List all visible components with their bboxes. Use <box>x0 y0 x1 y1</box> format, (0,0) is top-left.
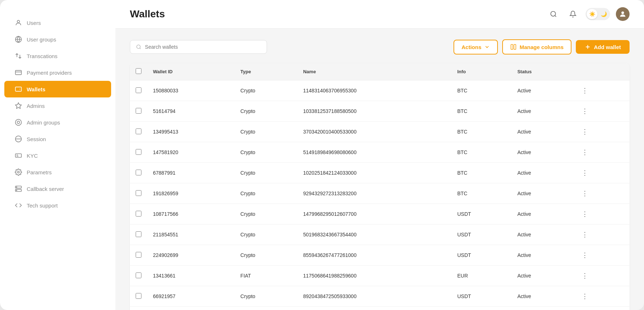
cell-wallet-id: 108717566 <box>147 204 235 224</box>
cell-menu[interactable]: ⋮ <box>573 183 630 204</box>
row-checkbox-cell[interactable] <box>130 266 147 286</box>
cell-menu[interactable]: ⋮ <box>573 307 630 310</box>
cell-name: 1033812537188580500 <box>297 101 451 122</box>
row-checkbox-cell[interactable] <box>130 101 147 122</box>
row-menu-button[interactable]: ⋮ <box>579 85 591 96</box>
globe2-icon <box>14 135 22 143</box>
cell-menu[interactable]: ⋮ <box>573 122 630 142</box>
dark-theme-button[interactable]: 🌙 <box>598 9 609 19</box>
cell-menu[interactable]: ⋮ <box>573 245 630 266</box>
row-checkbox[interactable] <box>136 272 141 278</box>
sidebar-item-session[interactable]: Session <box>4 131 111 147</box>
row-checkbox-cell[interactable] <box>130 163 147 183</box>
sidebar-item-tech-support[interactable]: Tech support <box>4 197 111 214</box>
cell-info: USDT <box>451 204 511 224</box>
row-checkbox-cell[interactable] <box>130 80 147 101</box>
row-checkbox[interactable] <box>136 87 141 93</box>
cell-menu[interactable]: ⋮ <box>573 204 630 224</box>
sidebar-item-user-groups[interactable]: User groups <box>4 31 111 48</box>
cell-status: Active <box>512 163 573 183</box>
sidebar-item-payment-providers[interactable]: Payment providers <box>4 64 111 81</box>
header: Wallets ☀️ 🌙 <box>115 0 644 29</box>
row-checkbox[interactable] <box>136 252 141 258</box>
search-button[interactable] <box>547 7 560 21</box>
select-all-cell[interactable] <box>130 63 147 80</box>
row-checkbox[interactable] <box>136 170 141 175</box>
table-row: 51614794 Crypto 1033812537188580500 BTC … <box>130 101 630 122</box>
col-actions <box>573 63 630 80</box>
sidebar-item-admin-groups[interactable]: Admin groups <box>4 114 111 131</box>
row-menu-button[interactable]: ⋮ <box>579 167 591 178</box>
cell-wallet-id: 67887991 <box>147 163 235 183</box>
star-icon <box>14 102 22 110</box>
gear-icon <box>14 168 22 176</box>
cell-menu[interactable]: ⋮ <box>573 142 630 163</box>
cell-menu[interactable]: ⋮ <box>573 266 630 286</box>
page-title: Wallets <box>130 8 165 20</box>
row-menu-button[interactable]: ⋮ <box>579 291 591 302</box>
cell-wallet-id: 13413661 <box>147 266 235 286</box>
row-checkbox[interactable] <box>136 231 141 237</box>
row-checkbox-cell[interactable] <box>130 286 147 307</box>
row-menu-button[interactable]: ⋮ <box>579 147 591 158</box>
row-menu-button[interactable]: ⋮ <box>579 106 591 117</box>
light-theme-button[interactable]: ☀️ <box>587 9 597 19</box>
cell-type: Crypto <box>235 163 297 183</box>
cell-menu[interactable]: ⋮ <box>573 80 630 101</box>
code-icon <box>14 201 22 209</box>
row-checkbox[interactable] <box>136 108 141 114</box>
row-checkbox[interactable] <box>136 149 141 155</box>
table-row: 97892347 Crypto 7027896807532215000 USDT… <box>130 307 630 310</box>
sidebar-item-parametrs[interactable]: Parametrs <box>4 164 111 180</box>
sidebar-item-users[interactable]: Users <box>4 14 111 31</box>
actions-label: Actions <box>461 44 481 50</box>
select-all-checkbox[interactable] <box>136 68 141 74</box>
cell-menu[interactable]: ⋮ <box>573 224 630 245</box>
row-checkbox-cell[interactable] <box>130 245 147 266</box>
badge-icon <box>14 118 22 126</box>
cell-menu[interactable]: ⋮ <box>573 101 630 122</box>
search-input[interactable] <box>145 44 261 50</box>
notification-button[interactable] <box>566 7 580 21</box>
card-icon <box>14 69 22 77</box>
row-menu-button[interactable]: ⋮ <box>579 126 591 137</box>
row-checkbox[interactable] <box>136 128 141 134</box>
row-checkbox[interactable] <box>136 293 141 299</box>
sidebar-item-wallets[interactable]: Wallets <box>4 81 111 97</box>
cell-menu[interactable]: ⋮ <box>573 286 630 307</box>
row-menu-button[interactable]: ⋮ <box>579 270 591 281</box>
toolbar: Actions Manage columns Add wallet <box>130 39 630 54</box>
row-menu-button[interactable]: ⋮ <box>579 188 591 199</box>
sidebar-item-label: Admins <box>27 103 45 109</box>
cell-menu[interactable]: ⋮ <box>573 163 630 183</box>
manage-columns-button[interactable]: Manage columns <box>502 39 571 54</box>
sidebar-item-callback-server[interactable]: Callback server <box>4 180 111 197</box>
cell-name: 8559436267477261000 <box>297 245 451 266</box>
row-menu-button[interactable]: ⋮ <box>579 229 591 240</box>
row-checkbox-cell[interactable] <box>130 122 147 142</box>
add-wallet-label: Add wallet <box>594 44 621 50</box>
actions-button[interactable]: Actions <box>454 40 498 54</box>
row-checkbox[interactable] <box>136 190 141 196</box>
row-menu-button[interactable]: ⋮ <box>579 250 591 261</box>
sidebar-item-transactions[interactable]: Transcations <box>4 48 111 64</box>
add-wallet-button[interactable]: Add wallet <box>576 40 630 54</box>
row-menu-button[interactable]: ⋮ <box>579 209 591 219</box>
row-checkbox-cell[interactable] <box>130 224 147 245</box>
row-checkbox-cell[interactable] <box>130 307 147 310</box>
row-checkbox-cell[interactable] <box>130 183 147 204</box>
avatar[interactable] <box>616 7 630 21</box>
search-box[interactable] <box>130 40 267 54</box>
row-checkbox-cell[interactable] <box>130 204 147 224</box>
plus-icon <box>584 44 591 50</box>
wallet-icon <box>14 85 22 93</box>
row-checkbox[interactable] <box>136 211 141 217</box>
row-checkbox-cell[interactable] <box>130 142 147 163</box>
sidebar-item-admins[interactable]: Admins <box>4 97 111 114</box>
sidebar-item-kyc[interactable]: KYC <box>4 147 111 164</box>
table-row: 66921957 Crypto 8920438472505933000 USDT… <box>130 286 630 307</box>
header-actions: ☀️ 🌙 <box>547 7 630 21</box>
svg-point-6 <box>17 121 20 124</box>
cell-status: Active <box>512 122 573 142</box>
svg-rect-18 <box>514 44 516 49</box>
